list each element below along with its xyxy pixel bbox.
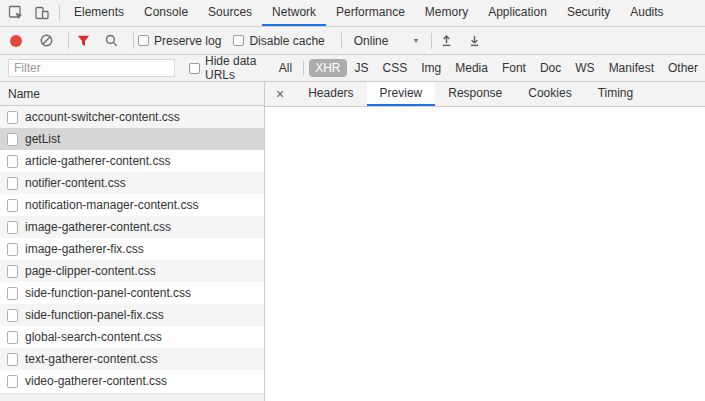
filter-type-css[interactable]: CSS [377,59,414,77]
table-row-selected[interactable]: getList [0,128,264,150]
record-button[interactable] [10,35,22,47]
tree-root-line[interactable]: ▼{code: 200, count: 87, countPage: 17, l… [269,112,705,129]
tree-prop-line[interactable]: countPage: 17 [269,163,705,180]
table-row[interactable]: image-gatherer-fix.css [0,238,264,260]
filter-type-js[interactable]: JS [349,59,375,77]
preserve-log-label: Preserve log [154,34,221,48]
tree-item-line[interactable]: ▶4: {_id: "5bf7c51031ea056601d4d9ca", na… [269,265,705,282]
file-icon [7,199,18,212]
hide-data-urls-checkbox[interactable] [189,63,200,74]
tab-label: Preview [380,86,423,100]
tab-headers[interactable]: Headers [295,82,366,106]
table-row[interactable]: notifier-content.css [0,172,264,194]
disable-cache-checkbox[interactable] [233,35,244,46]
file-icon [7,111,18,124]
tree-list-line[interactable]: ▼list: [,…] [269,180,705,197]
tree-prop-line[interactable]: code: 200 [269,129,705,146]
tab-label: Network [272,5,316,19]
filter-type-font[interactable]: Font [496,59,532,77]
tab-cookies[interactable]: Cookies [515,82,584,106]
filter-type-doc[interactable]: Doc [534,59,567,77]
name-column-label: Name [8,87,40,101]
tab-preview[interactable]: Preview [367,82,436,106]
request-name: notification-manager-content.css [25,198,198,212]
request-name: account-switcher-content.css [25,110,180,124]
tab-label: Performance [336,5,405,19]
tab-label: Headers [308,86,353,100]
file-icon [7,155,18,168]
export-har-icon[interactable] [464,31,484,51]
table-row[interactable]: video-gatherer-content.css [0,370,264,392]
filter-type-manifest[interactable]: Manifest [603,59,660,77]
table-row[interactable]: notification-manager-content.css [0,194,264,216]
json-preview-tree: ▼{code: 200, count: 87, countPage: 17, l… [265,107,705,401]
table-row[interactable]: global-search-content.css [0,326,264,348]
request-name: global-search-content.css [25,330,162,344]
filter-type-media[interactable]: Media [449,59,494,77]
table-row[interactable]: account-switcher-content.css [0,106,264,128]
resource-type-filters: All XHR JS CSS Img Media Font Doc WS Man… [272,59,705,77]
throttling-value: Online [354,34,389,48]
table-row[interactable]: image-gatherer-content.css [0,216,264,238]
filter-type-ws[interactable]: WS [569,59,600,77]
horizontal-scrollbar[interactable] [0,393,264,401]
file-icon [7,353,18,366]
table-row[interactable]: side-function-panel-fix.css [0,304,264,326]
tab-audits[interactable]: Audits [620,0,673,26]
inspect-element-icon[interactable] [7,4,25,22]
divider [303,60,304,76]
request-name: video-gatherer-content.css [25,374,167,388]
throttling-dropdown[interactable]: Online ▼ [354,34,420,48]
name-column-header[interactable]: Name [0,82,264,106]
tab-sources[interactable]: Sources [198,0,262,26]
filter-bar: Hide data URLs All XHR JS CSS Img Media … [0,55,705,82]
tab-console[interactable]: Console [134,0,198,26]
tab-label: Cookies [528,86,571,100]
table-row[interactable]: page-clipper-content.css [0,260,264,282]
close-icon[interactable]: × [265,82,295,106]
tree-item-line[interactable]: ▶2: {_id: "5bf7c51031ea056601d4d9c8", na… [269,231,705,248]
tab-network[interactable]: Network [262,0,326,26]
preserve-log-checkbox[interactable] [138,35,149,46]
filter-funnel-icon[interactable] [73,31,93,51]
file-icon [7,243,18,256]
devtools-window: Elements Console Sources Network Perform… [0,0,705,401]
device-toolbar-icon[interactable] [33,4,51,22]
filter-type-img[interactable]: Img [415,59,447,77]
toolbar-icons [0,0,55,26]
tree-item-line[interactable]: ▶3: {_id: "5bf7c51031ea056601d4d9c9", na… [269,248,705,265]
filter-type-all[interactable]: All [273,59,298,77]
tab-label: Response [448,86,502,100]
file-icon [7,221,18,234]
search-icon[interactable] [101,31,121,51]
tab-security[interactable]: Security [557,0,620,26]
clear-icon[interactable] [36,31,56,51]
tree-item-line[interactable]: ▶0: {_id: "5bf7c51031ea056601d4d9c6", na… [269,197,705,214]
tab-memory[interactable]: Memory [415,0,478,26]
tab-application[interactable]: Application [478,0,557,26]
file-icon [7,177,18,190]
tab-elements[interactable]: Elements [64,0,134,26]
file-icon [7,133,18,146]
tree-item-line[interactable]: ▶1: {_id: "5bf7c51031ea056601d4d9c7", na… [269,214,705,231]
tab-label: Memory [425,5,468,19]
chevron-down-icon: ▼ [412,37,419,44]
tab-performance[interactable]: Performance [326,0,415,26]
divider [68,33,69,49]
import-har-icon[interactable] [436,31,456,51]
divider [431,33,432,49]
request-name: getList [25,132,60,146]
tab-label: Application [488,5,547,19]
table-row[interactable]: article-gatherer-content.css [0,150,264,172]
filter-type-other[interactable]: Other [662,59,704,77]
filter-type-xhr[interactable]: XHR [309,59,346,77]
filter-input[interactable] [8,59,175,77]
table-row[interactable]: side-function-panel-content.css [0,282,264,304]
tree-prop-line[interactable]: count: 87 [269,146,705,163]
network-main: Name account-switcher-content.css getLis… [0,82,705,401]
table-row[interactable]: text-gatherer-content.css [0,348,264,370]
tab-timing[interactable]: Timing [585,82,647,106]
tab-response[interactable]: Response [435,82,515,106]
detail-tab-bar: × Headers Preview Response Cookies Timin… [265,82,705,107]
disable-cache-label: Disable cache [249,34,324,48]
